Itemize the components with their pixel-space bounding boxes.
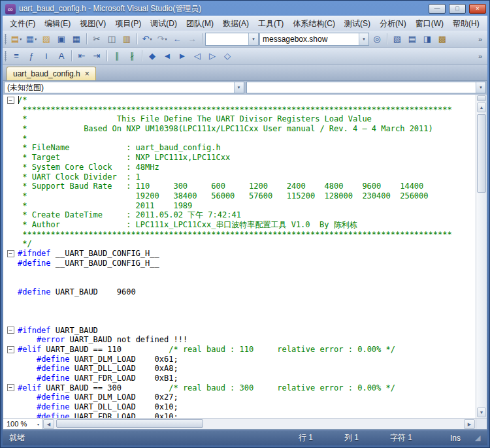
menu-item-3[interactable]: 项目(P)	[110, 16, 146, 31]
app-icon[interactable]: ∞	[5, 4, 16, 14]
code-text: * System Core Clock : 48MHz	[18, 163, 159, 172]
menu-item-4[interactable]: 调试(D)	[146, 16, 182, 31]
paste-button[interactable]: ▥	[120, 32, 134, 46]
fold-margin	[3, 259, 18, 268]
member-dropdown-caret-button[interactable]: ▼	[476, 82, 485, 93]
decrease-indent-button[interactable]: ⇤	[74, 49, 89, 63]
properties-window-button[interactable]: ▤	[405, 32, 419, 46]
previous-bookmark-folder-button[interactable]: ◁	[190, 49, 204, 63]
clear-bookmarks-button[interactable]: ◇	[220, 49, 235, 63]
toggle-bookmark-button[interactable]: ◆	[145, 49, 159, 63]
v-scroll-track[interactable]	[476, 113, 487, 407]
navigate-backward-button[interactable]: ←	[170, 32, 184, 46]
copy-button[interactable]: ◫	[105, 32, 119, 46]
zoom-selector[interactable]: 100 % ▾	[3, 419, 42, 429]
object-browser-button[interactable]: ◨	[420, 32, 434, 46]
code-token	[18, 412, 37, 418]
search-combo-caret-button[interactable]: ▼	[359, 33, 368, 45]
menu-item-7[interactable]: 工具(T)	[253, 16, 288, 31]
scroll-down-button[interactable]: ▼	[477, 408, 486, 417]
member-dropdown[interactable]: ▼	[246, 82, 487, 93]
toolbar-overflow-button[interactable]: »	[476, 32, 485, 46]
code-token: * Create DateTime : 2011.05.02 下午 7:42:4…	[18, 210, 241, 219]
code-line: #define UART_DLL_LOAD 0x10;	[3, 402, 476, 412]
increase-indent-button[interactable]: ⇥	[90, 49, 104, 63]
menu-item-6[interactable]: 数据(A)	[218, 16, 253, 31]
new-file-button[interactable]: ▤▾	[9, 32, 24, 46]
code-editor[interactable]: −/* ************************************…	[3, 95, 476, 418]
scope-dropdown-caret-button[interactable]: ▼	[234, 82, 244, 93]
scroll-left-button[interactable]: ◀	[43, 419, 54, 429]
resize-grip[interactable]: ◢	[475, 434, 483, 442]
menu-item-9[interactable]: 测试(S)	[340, 16, 375, 31]
tab-uart-baud-config[interactable]: uart_baud_config.h ×	[7, 67, 96, 80]
toolbar-overflow-button[interactable]: »	[476, 49, 485, 63]
fold-toggle[interactable]: −	[7, 346, 14, 353]
close-button[interactable]: ×	[469, 4, 486, 14]
add-item-button[interactable]: ▦▾	[24, 32, 39, 46]
code-line: #define UART_DLL_LOAD 0xA8;	[3, 364, 476, 374]
cut-button[interactable]: ✂	[90, 32, 104, 46]
v-scroll-thumb[interactable]	[477, 114, 486, 193]
maximize-button[interactable]: □	[449, 4, 466, 14]
h-scroll-track[interactable]	[55, 419, 463, 429]
redo-button[interactable]: ↷▾	[155, 32, 169, 46]
toolbox-button[interactable]: ▩	[435, 32, 449, 46]
uncomment-selection-button[interactable]: ∦	[125, 49, 139, 63]
save-button[interactable]: ▣	[54, 32, 69, 46]
secondary-dropdown-caret-button[interactable]: ▼	[248, 33, 258, 45]
menu-item-2[interactable]: 视图(V)	[75, 16, 110, 31]
h-scroll-thumb[interactable]	[56, 419, 203, 428]
menu-item-12[interactable]: 帮助(H)	[448, 16, 484, 31]
parameter-info-button[interactable]: ƒ	[24, 49, 39, 63]
code-line: */	[3, 239, 476, 249]
fold-toggle[interactable]: −	[7, 250, 14, 257]
toolbar-grip[interactable]	[5, 34, 7, 44]
scroll-right-button[interactable]: ▶	[464, 419, 475, 429]
display-member-list-button[interactable]: ≡	[9, 49, 24, 63]
navigation-bar: (未知范围) ▼ ▼	[3, 80, 487, 95]
code-token	[18, 355, 37, 364]
toolbar-grip[interactable]	[5, 51, 7, 61]
save-all-button[interactable]: ▦	[69, 32, 84, 46]
comment-selection-button[interactable]: ∥	[110, 49, 124, 63]
previous-bookmark-button[interactable]: ◄	[160, 49, 174, 63]
menu-item-1[interactable]: 编辑(E)	[40, 16, 75, 31]
search-combo[interactable]: messagebox.show ▼	[259, 33, 369, 46]
undo-button[interactable]: ↶▾	[140, 32, 154, 46]
next-bookmark-button[interactable]: ►	[175, 49, 189, 63]
toolbar-separator	[387, 33, 387, 44]
next-bookmark-folder-button[interactable]: ▷	[205, 49, 220, 63]
title-bar[interactable]: ∞ uart_baud_config.h - Microsoft Visual …	[3, 1, 487, 16]
menu-item-0[interactable]: 文件(F)	[5, 16, 40, 31]
menu-item-10[interactable]: 分析(N)	[375, 16, 411, 31]
secondary-dropdown[interactable]: ▼	[205, 33, 259, 46]
scope-dropdown[interactable]: (未知范围) ▼	[4, 82, 244, 93]
fold-toggle[interactable]: −	[7, 327, 14, 334]
split-handle[interactable]	[477, 95, 486, 101]
fold-toggle[interactable]: −	[7, 384, 14, 391]
code-token: UART_FDR_LOAD 0x10;	[69, 412, 178, 418]
menu-item-5[interactable]: 团队(M)	[182, 16, 218, 31]
minimize-button[interactable]: —	[429, 4, 446, 14]
find-in-files-button[interactable]: ◎	[370, 32, 384, 46]
properties-icon: ▤	[408, 35, 416, 43]
code-text: * FileName : uart_baud_config.h	[18, 143, 221, 153]
scroll-up-button[interactable]: ▲	[477, 103, 486, 112]
status-message: 就绪	[9, 432, 299, 443]
vertical-scrollbar[interactable]: ▲ ▼	[476, 95, 487, 418]
code-token: __UART_BAUD_CONFIG_H__	[51, 249, 159, 258]
menu-item-11[interactable]: 窗口(W)	[411, 16, 448, 31]
open-file-button[interactable]: ▨	[39, 32, 54, 46]
navigate-forward-button[interactable]: →	[185, 32, 199, 46]
solution-explorer-button[interactable]: ▧	[390, 32, 404, 46]
tab-close-icon[interactable]: ×	[85, 70, 90, 78]
fold-margin: −	[3, 383, 18, 393]
code-line: #define UART_BAUD 9600	[3, 287, 476, 297]
menu-item-8[interactable]: 体系结构(C)	[288, 16, 340, 31]
code-token: #ifndef	[18, 249, 51, 258]
code-line	[3, 268, 476, 278]
quick-info-button[interactable]: i	[39, 49, 54, 63]
fold-toggle[interactable]: −	[7, 97, 14, 104]
complete-word-button[interactable]: A	[54, 49, 69, 63]
